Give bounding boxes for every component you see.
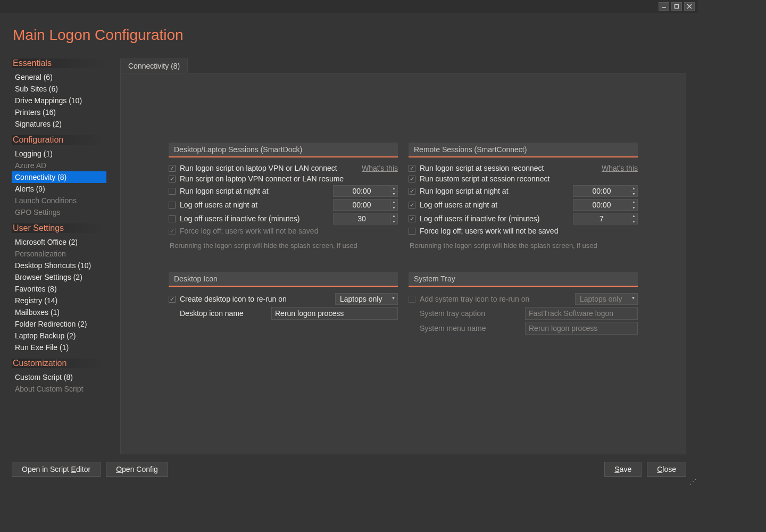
label: Run logon script on laptop VPN or LAN co… — [180, 164, 354, 172]
input-systray-menu-name — [525, 322, 638, 335]
time-spinner-logoff[interactable]: ▲▼ — [573, 199, 638, 211]
spinner-down-icon[interactable]: ▼ — [630, 219, 637, 225]
close-button[interactable]: Close — [647, 462, 686, 477]
sidebar: EssentialsGeneral (6)Sub Sites (6)Drive … — [12, 59, 106, 454]
checkbox-run-on-vpn-lan[interactable] — [169, 165, 176, 172]
sidebar-item[interactable]: Laptop Backup (2) — [12, 330, 106, 342]
select-systray-target: Laptops only — [575, 293, 638, 305]
sidebar-item[interactable]: Sub Sites (6) — [12, 83, 106, 95]
time-spinner-logoff[interactable]: ▲▼ — [333, 199, 398, 211]
checkbox-force-logoff[interactable] — [409, 228, 415, 235]
label: Run logon script at night at — [420, 187, 569, 195]
panel-title: Desktop Icon — [169, 272, 398, 287]
checkbox-logoff-night[interactable] — [409, 202, 415, 209]
label: Force log off; users work will not be sa… — [180, 227, 398, 235]
whats-this-link[interactable]: What's this — [602, 164, 638, 172]
label: Force log off; users work will not be sa… — [420, 227, 638, 235]
sidebar-item[interactable]: Browser Settings (2) — [12, 271, 106, 283]
sidebar-item[interactable]: GPO Settings — [12, 206, 106, 218]
spinner-up-icon[interactable]: ▲ — [390, 213, 397, 219]
svg-rect-1 — [675, 5, 679, 9]
window-maximize-button[interactable] — [671, 2, 682, 11]
label: System menu name — [420, 324, 521, 332]
spinner-up-icon[interactable]: ▲ — [630, 200, 637, 205]
time-spinner-night-run[interactable]: ▲▼ — [573, 185, 638, 197]
sidebar-item[interactable]: Azure AD — [12, 160, 106, 171]
spinner-down-icon[interactable]: ▼ — [390, 205, 397, 211]
label: Log off users if inactive for (minutes) — [180, 214, 329, 223]
checkbox-run-at-night[interactable] — [409, 188, 415, 195]
checkbox-logoff-inactive[interactable] — [169, 215, 176, 222]
sidebar-item[interactable]: Personalization — [12, 248, 106, 260]
sidebar-item[interactable]: Folder Redirection (2) — [12, 318, 106, 330]
sidebar-item[interactable]: Logging (1) — [12, 148, 106, 160]
sidebar-item[interactable]: Signatures (2) — [12, 118, 106, 130]
tab-connectivity[interactable]: Connectivity (8) — [120, 59, 188, 73]
sidebar-item[interactable]: Microsoft Office (2) — [12, 236, 106, 248]
checkbox-run-on-resume[interactable] — [169, 176, 176, 182]
sidebar-item[interactable]: Drive Mappings (10) — [12, 95, 106, 106]
time-input[interactable] — [333, 199, 390, 211]
input-desktop-icon-name[interactable] — [271, 307, 398, 320]
window-close-button[interactable] — [684, 2, 695, 11]
panel-smartdock: Desktop/Laptop Sessions (SmartDock) Run … — [169, 143, 398, 250]
select-desktop-icon-target[interactable]: Laptops only — [335, 293, 398, 305]
sidebar-item[interactable]: Desktop Shortcuts (10) — [12, 260, 106, 271]
sidebar-section-heading: Customization — [12, 359, 106, 368]
spinner-down-icon[interactable]: ▼ — [390, 219, 397, 225]
panel-desktop-icon: Desktop Icon Create desktop icon to re-r… — [169, 272, 398, 337]
sidebar-item[interactable]: Custom Script (8) — [12, 371, 106, 383]
sidebar-item[interactable]: Mailboxes (1) — [12, 306, 106, 318]
tab-strip: Connectivity (8) — [120, 59, 686, 73]
time-input[interactable] — [333, 185, 390, 197]
spinner-up-icon[interactable]: ▲ — [390, 200, 397, 205]
spinner-up-icon[interactable]: ▲ — [630, 186, 637, 192]
sidebar-item[interactable]: General (6) — [12, 71, 106, 83]
checkbox-add-systray-icon[interactable] — [409, 296, 415, 303]
spinner-down-icon[interactable]: ▼ — [630, 205, 637, 211]
label: Log off users at night at — [420, 201, 569, 209]
sidebar-item[interactable]: Launch Conditions — [12, 195, 106, 206]
checkbox-create-desktop-icon[interactable] — [169, 296, 176, 303]
sidebar-item[interactable]: Run Exe File (1) — [12, 342, 106, 353]
checkbox-logoff-night[interactable] — [169, 202, 176, 209]
checkbox-run-on-reconnect[interactable] — [409, 165, 415, 172]
spinner-down-icon[interactable]: ▼ — [390, 192, 397, 197]
sidebar-item[interactable]: Registry (14) — [12, 295, 106, 306]
spinner-up-icon[interactable]: ▲ — [630, 213, 637, 219]
open-script-editor-button[interactable]: Open in Script Editor — [12, 462, 101, 477]
spinner-down-icon[interactable]: ▼ — [630, 192, 637, 197]
label: Desktop icon name — [180, 309, 267, 318]
label: Log off users if inactive for (minutes) — [420, 214, 569, 223]
label: Add system tray icon to re-run on — [420, 295, 571, 303]
checkbox-run-custom-reconnect[interactable] — [409, 176, 415, 182]
footer: Open in Script Editor Open Config Save C… — [12, 462, 686, 477]
sidebar-item[interactable]: Printers (16) — [12, 106, 106, 118]
titlebar — [0, 0, 698, 13]
sidebar-item[interactable]: Favorites (8) — [12, 283, 106, 295]
save-button[interactable]: Save — [604, 462, 642, 477]
checkbox-run-at-night[interactable] — [169, 188, 176, 195]
checkbox-force-logoff — [169, 228, 176, 235]
sidebar-section-heading: Configuration — [12, 135, 106, 145]
time-input[interactable] — [573, 199, 630, 211]
panel-smartconnect: Remote Sessions (SmartConnect) Run logon… — [409, 143, 638, 250]
panel-note: Rerunning the logon script will hide the… — [170, 242, 398, 250]
spinner-up-icon[interactable]: ▲ — [390, 186, 397, 192]
number-input[interactable] — [573, 213, 630, 225]
minutes-spinner-inactive[interactable]: ▲▼ — [573, 213, 638, 225]
sidebar-section-heading: User Settings — [12, 223, 106, 233]
checkbox-logoff-inactive[interactable] — [409, 215, 415, 222]
time-input[interactable] — [573, 185, 630, 197]
window-minimize-button[interactable] — [659, 2, 669, 11]
minutes-spinner-inactive[interactable]: ▲▼ — [333, 213, 398, 225]
time-spinner-night-run[interactable]: ▲▼ — [333, 185, 398, 197]
open-config-button[interactable]: Open Config — [106, 462, 168, 477]
sidebar-item[interactable]: Alerts (9) — [12, 183, 106, 195]
whats-this-link[interactable]: What's this — [362, 164, 398, 172]
number-input[interactable] — [333, 213, 390, 225]
sidebar-item[interactable]: Connectivity (8) — [12, 171, 106, 183]
panel-title: Remote Sessions (SmartConnect) — [409, 143, 638, 157]
sidebar-item[interactable]: About Custom Script — [12, 383, 106, 395]
label: System tray caption — [420, 309, 521, 318]
